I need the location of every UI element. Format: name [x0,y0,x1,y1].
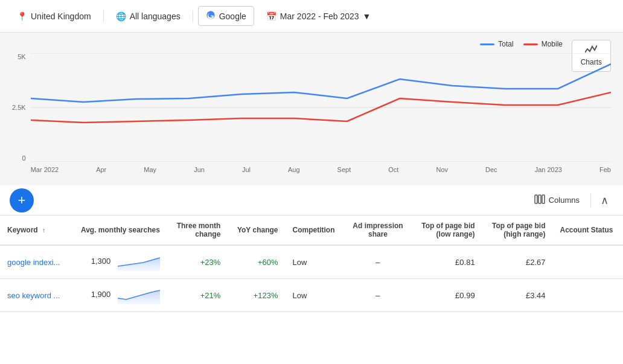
table-row: google indexi... 1,300 +23 [0,245,623,279]
x-label-mar: Mar 2022 [31,166,59,173]
competition-cell-2: Low [286,279,345,312]
chart-area: Charts Total Mobile 5K 2.5K 0 [0,33,623,185]
language-icon: 🌐 [116,11,126,21]
google-icon [206,10,216,22]
avg-monthly-cell-2: 1,900 [70,279,167,312]
x-label-sept: Sept [337,166,351,173]
table-row: seo keyword ... 1,900 +21% [0,279,623,312]
y-axis: 5K 2.5K 0 [12,53,31,162]
date-range-selector[interactable]: 📅 Mar 2022 - Feb 2023 ▼ [259,8,379,25]
col-competition: Competition [286,216,345,245]
legend-total: Total [480,40,513,48]
x-label-aug: Aug [288,166,300,173]
sort-icon: ↑ [42,227,45,234]
col-yoy: YoY change [228,216,285,245]
legend-total-line [480,43,494,45]
location-label: United Kingdom [31,11,91,21]
col-keyword: Keyword ↑ [0,216,70,245]
svg-rect-5 [538,195,541,203]
calendar-icon: 📅 [266,11,276,21]
chart-svg [31,53,611,162]
three-month-cell-2: +21% [167,279,228,312]
x-label-may: May [144,166,156,173]
columns-button[interactable]: Columns [528,190,586,210]
ad-impression-cell-2: – [344,279,412,312]
col-avg-monthly: Avg. monthly searches [70,216,167,245]
col-account-status: Account Status [552,216,623,245]
sparkline-1 [118,253,160,271]
legend-mobile: Mobile [523,40,563,48]
table-toolbar: + Columns ∧ [0,185,623,216]
keyword-cell-1[interactable]: google indexi... [0,245,70,279]
x-label-dec: Dec [485,166,497,173]
language-selector[interactable]: 🌐 All languages [109,8,188,25]
search-engine-label: Google [219,11,246,21]
legend-mobile-label: Mobile [542,40,563,48]
header-row: Keyword ↑ Avg. monthly searches Three mo… [0,216,623,245]
y-label-0: 0 [22,155,26,162]
legend-mobile-line [523,43,538,45]
x-label-jul: Jul [242,166,251,173]
chart-legend: Total Mobile [12,40,563,48]
three-month-cell-1: +23% [167,245,228,279]
x-label-oct: Oct [388,166,398,173]
location-selector[interactable]: 📍 United Kingdom [10,8,98,25]
keyword-table: Keyword ↑ Avg. monthly searches Three mo… [0,216,623,312]
date-range-label: Mar 2022 - Feb 2023 [280,11,359,21]
top-bar: 📍 United Kingdom 🌐 All languages Google … [0,0,623,33]
table-body: google indexi... 1,300 +23 [0,245,623,312]
separator-2 [193,10,193,22]
x-label-feb: Feb [599,166,611,173]
columns-icon [534,194,545,206]
chart-with-axis: 5K 2.5K 0 Mar 2022 Apr May [12,53,611,173]
toolbar-divider [590,193,591,208]
search-engine-selector[interactable]: Google [198,6,254,26]
yoy-cell-2: +123% [228,279,285,312]
high-bid-cell-2: £3.44 [482,279,553,312]
keyword-header-label: Keyword [7,226,38,234]
x-label-jan: Jan 2023 [535,166,562,173]
avg-monthly-cell-1: 1,300 [70,245,167,279]
keyword-cell-2[interactable]: seo keyword ... [0,279,70,312]
chart-svg-container: Mar 2022 Apr May Jun Jul Aug Sept Oct No… [31,53,611,173]
y-label-5k: 5K [18,53,25,60]
x-label-nov: Nov [436,166,448,173]
dropdown-icon: ▼ [363,11,371,21]
svg-rect-6 [542,195,545,203]
competition-cell-1: Low [286,245,345,279]
columns-label: Columns [549,196,580,205]
col-high-bid: Top of page bid(high range) [482,216,553,245]
legend-total-label: Total [498,40,513,48]
y-label-2-5k: 2.5K [12,104,26,111]
data-table-container: Keyword ↑ Avg. monthly searches Three mo… [0,216,623,312]
sparkline-2 [118,286,160,304]
fab-plus-icon: + [18,193,26,208]
account-status-cell-1 [552,245,623,279]
col-low-bid: Top of page bid(low range) [412,216,482,245]
fab-add-button[interactable]: + [10,188,34,212]
table-header: Keyword ↑ Avg. monthly searches Three mo… [0,216,623,245]
yoy-cell-1: +60% [228,245,285,279]
x-axis: Mar 2022 Apr May Jun Jul Aug Sept Oct No… [31,166,611,173]
x-label-apr: Apr [96,166,106,173]
chevron-up-icon: ∧ [601,194,609,206]
location-icon: 📍 [17,11,27,21]
x-label-jun: Jun [194,166,205,173]
account-status-cell-2 [552,279,623,312]
col-three-month: Three monthchange [167,216,228,245]
svg-marker-8 [118,290,160,304]
collapse-button[interactable]: ∧ [596,191,613,209]
low-bid-cell-1: £0.81 [412,245,482,279]
svg-rect-4 [535,195,537,203]
col-ad-impression: Ad impressionshare [344,216,412,245]
separator-1 [103,10,104,22]
ad-impression-cell-1: – [344,245,412,279]
language-label: All languages [130,11,181,21]
low-bid-cell-2: £0.99 [412,279,482,312]
high-bid-cell-1: £2.67 [482,245,553,279]
